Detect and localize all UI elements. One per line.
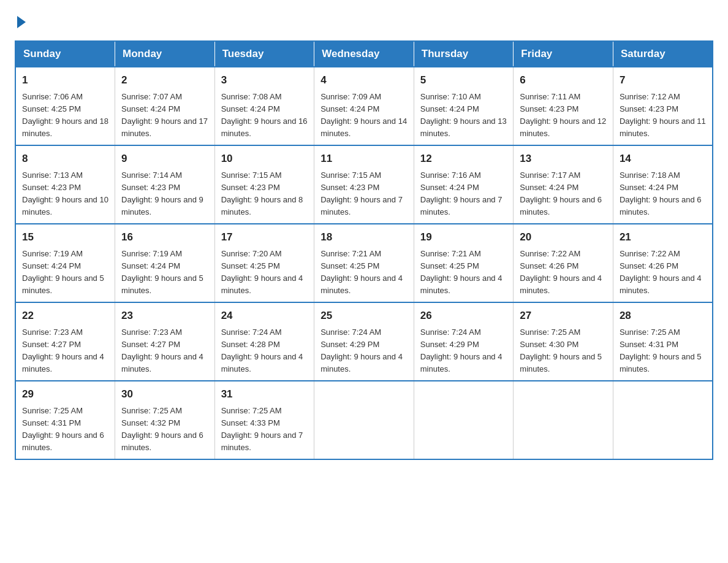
logo [15, 15, 26, 28]
day-number: 28 [620, 308, 706, 324]
day-info: Sunrise: 7:17 AMSunset: 4:24 PMDaylight:… [520, 169, 607, 219]
calendar-week-row: 1Sunrise: 7:06 AMSunset: 4:25 PMDaylight… [15, 67, 713, 145]
day-info: Sunrise: 7:12 AMSunset: 4:23 PMDaylight:… [620, 91, 706, 140]
calendar-day-cell: 11Sunrise: 7:15 AMSunset: 4:23 PMDayligh… [314, 145, 414, 224]
day-number: 10 [221, 151, 308, 167]
day-info: Sunrise: 7:25 AMSunset: 4:31 PMDaylight:… [22, 405, 108, 454]
day-info: Sunrise: 7:22 AMSunset: 4:26 PMDaylight:… [620, 248, 706, 297]
day-number: 26 [420, 308, 507, 324]
calendar-day-cell: 4Sunrise: 7:09 AMSunset: 4:24 PMDaylight… [314, 67, 414, 145]
calendar-day-cell [414, 381, 514, 459]
day-number: 22 [22, 308, 108, 324]
day-info: Sunrise: 7:11 AMSunset: 4:23 PMDaylight:… [520, 91, 607, 140]
day-number: 16 [121, 229, 208, 245]
day-info: Sunrise: 7:24 AMSunset: 4:29 PMDaylight:… [420, 326, 507, 376]
day-number: 12 [420, 151, 507, 167]
day-info: Sunrise: 7:25 AMSunset: 4:30 PMDaylight:… [520, 326, 607, 376]
day-info: Sunrise: 7:22 AMSunset: 4:26 PMDaylight:… [520, 248, 607, 297]
day-number: 18 [320, 229, 408, 245]
calendar-day-cell: 3Sunrise: 7:08 AMSunset: 4:24 PMDaylight… [214, 67, 314, 145]
day-info: Sunrise: 7:13 AMSunset: 4:23 PMDaylight:… [22, 169, 108, 219]
calendar-day-cell [514, 381, 613, 459]
day-number: 7 [620, 72, 706, 88]
day-info: Sunrise: 7:18 AMSunset: 4:24 PMDaylight:… [620, 169, 706, 219]
day-info: Sunrise: 7:19 AMSunset: 4:24 PMDaylight:… [22, 248, 108, 297]
day-number: 20 [520, 229, 607, 245]
day-info: Sunrise: 7:19 AMSunset: 4:24 PMDaylight:… [121, 248, 208, 297]
calendar-day-header: Friday [514, 41, 613, 67]
day-info: Sunrise: 7:23 AMSunset: 4:27 PMDaylight:… [121, 326, 208, 376]
calendar-day-cell: 31Sunrise: 7:25 AMSunset: 4:33 PMDayligh… [214, 381, 314, 459]
calendar-day-cell: 17Sunrise: 7:20 AMSunset: 4:25 PMDayligh… [214, 224, 314, 302]
calendar-day-cell: 30Sunrise: 7:25 AMSunset: 4:32 PMDayligh… [115, 381, 215, 459]
day-info: Sunrise: 7:06 AMSunset: 4:25 PMDaylight:… [22, 91, 108, 140]
calendar-day-cell: 15Sunrise: 7:19 AMSunset: 4:24 PMDayligh… [15, 224, 115, 302]
day-info: Sunrise: 7:20 AMSunset: 4:25 PMDaylight:… [221, 248, 308, 297]
calendar-header-row: SundayMondayTuesdayWednesdayThursdayFrid… [15, 41, 713, 67]
calendar-day-cell: 13Sunrise: 7:17 AMSunset: 4:24 PMDayligh… [514, 145, 613, 224]
day-info: Sunrise: 7:23 AMSunset: 4:27 PMDaylight:… [22, 326, 108, 376]
calendar-day-cell: 19Sunrise: 7:21 AMSunset: 4:25 PMDayligh… [414, 224, 514, 302]
calendar-day-header: Monday [115, 41, 215, 67]
page-header [15, 15, 713, 28]
calendar-day-cell: 16Sunrise: 7:19 AMSunset: 4:24 PMDayligh… [115, 224, 215, 302]
day-number: 5 [420, 72, 507, 88]
day-info: Sunrise: 7:24 AMSunset: 4:29 PMDaylight:… [320, 326, 408, 376]
calendar-day-cell: 24Sunrise: 7:24 AMSunset: 4:28 PMDayligh… [214, 302, 314, 381]
calendar-day-cell [314, 381, 414, 459]
day-info: Sunrise: 7:14 AMSunset: 4:23 PMDaylight:… [121, 169, 208, 219]
day-number: 31 [221, 386, 308, 402]
calendar-day-header: Wednesday [314, 41, 414, 67]
day-number: 2 [121, 72, 208, 88]
day-number: 1 [22, 72, 108, 88]
calendar-day-cell: 14Sunrise: 7:18 AMSunset: 4:24 PMDayligh… [613, 145, 713, 224]
calendar-day-cell: 22Sunrise: 7:23 AMSunset: 4:27 PMDayligh… [15, 302, 115, 381]
calendar-day-header: Saturday [613, 41, 713, 67]
day-number: 17 [221, 229, 308, 245]
calendar-day-cell: 29Sunrise: 7:25 AMSunset: 4:31 PMDayligh… [15, 381, 115, 459]
calendar-day-header: Thursday [414, 41, 514, 67]
calendar-day-cell: 23Sunrise: 7:23 AMSunset: 4:27 PMDayligh… [115, 302, 215, 381]
day-info: Sunrise: 7:25 AMSunset: 4:32 PMDaylight:… [121, 405, 208, 454]
calendar-week-row: 15Sunrise: 7:19 AMSunset: 4:24 PMDayligh… [15, 224, 713, 302]
calendar-day-cell: 21Sunrise: 7:22 AMSunset: 4:26 PMDayligh… [613, 224, 713, 302]
day-number: 19 [420, 229, 507, 245]
day-number: 29 [22, 386, 108, 402]
day-number: 21 [620, 229, 706, 245]
day-number: 4 [320, 72, 408, 88]
day-number: 6 [520, 72, 607, 88]
day-info: Sunrise: 7:07 AMSunset: 4:24 PMDaylight:… [121, 91, 208, 140]
calendar-day-cell: 28Sunrise: 7:25 AMSunset: 4:31 PMDayligh… [613, 302, 713, 381]
day-info: Sunrise: 7:15 AMSunset: 4:23 PMDaylight:… [320, 169, 408, 219]
calendar-day-cell: 5Sunrise: 7:10 AMSunset: 4:24 PMDaylight… [414, 67, 514, 145]
calendar-day-cell: 12Sunrise: 7:16 AMSunset: 4:24 PMDayligh… [414, 145, 514, 224]
day-info: Sunrise: 7:16 AMSunset: 4:24 PMDaylight:… [420, 169, 507, 219]
calendar-day-cell: 26Sunrise: 7:24 AMSunset: 4:29 PMDayligh… [414, 302, 514, 381]
calendar-week-row: 22Sunrise: 7:23 AMSunset: 4:27 PMDayligh… [15, 302, 713, 381]
calendar-day-cell: 6Sunrise: 7:11 AMSunset: 4:23 PMDaylight… [514, 67, 613, 145]
day-info: Sunrise: 7:10 AMSunset: 4:24 PMDaylight:… [420, 91, 507, 140]
day-number: 14 [620, 151, 706, 167]
day-number: 24 [221, 308, 308, 324]
calendar-day-cell: 1Sunrise: 7:06 AMSunset: 4:25 PMDaylight… [15, 67, 115, 145]
day-number: 13 [520, 151, 607, 167]
calendar-day-cell: 2Sunrise: 7:07 AMSunset: 4:24 PMDaylight… [115, 67, 215, 145]
calendar-week-row: 29Sunrise: 7:25 AMSunset: 4:31 PMDayligh… [15, 381, 713, 459]
calendar-day-cell: 18Sunrise: 7:21 AMSunset: 4:25 PMDayligh… [314, 224, 414, 302]
calendar-day-cell: 27Sunrise: 7:25 AMSunset: 4:30 PMDayligh… [514, 302, 613, 381]
day-number: 3 [221, 72, 308, 88]
day-info: Sunrise: 7:08 AMSunset: 4:24 PMDaylight:… [221, 91, 308, 140]
calendar-day-cell: 20Sunrise: 7:22 AMSunset: 4:26 PMDayligh… [514, 224, 613, 302]
day-info: Sunrise: 7:25 AMSunset: 4:33 PMDaylight:… [221, 405, 308, 454]
calendar-day-cell: 10Sunrise: 7:15 AMSunset: 4:23 PMDayligh… [214, 145, 314, 224]
day-info: Sunrise: 7:15 AMSunset: 4:23 PMDaylight:… [221, 169, 308, 219]
day-info: Sunrise: 7:09 AMSunset: 4:24 PMDaylight:… [320, 91, 408, 140]
calendar-day-cell [613, 381, 713, 459]
day-number: 8 [22, 151, 108, 167]
calendar-day-cell: 8Sunrise: 7:13 AMSunset: 4:23 PMDaylight… [15, 145, 115, 224]
calendar-day-header: Sunday [15, 41, 115, 67]
calendar-table: SundayMondayTuesdayWednesdayThursdayFrid… [15, 40, 713, 460]
logo-arrow-icon [17, 16, 26, 28]
calendar-day-cell: 7Sunrise: 7:12 AMSunset: 4:23 PMDaylight… [613, 67, 713, 145]
calendar-day-cell: 9Sunrise: 7:14 AMSunset: 4:23 PMDaylight… [115, 145, 215, 224]
